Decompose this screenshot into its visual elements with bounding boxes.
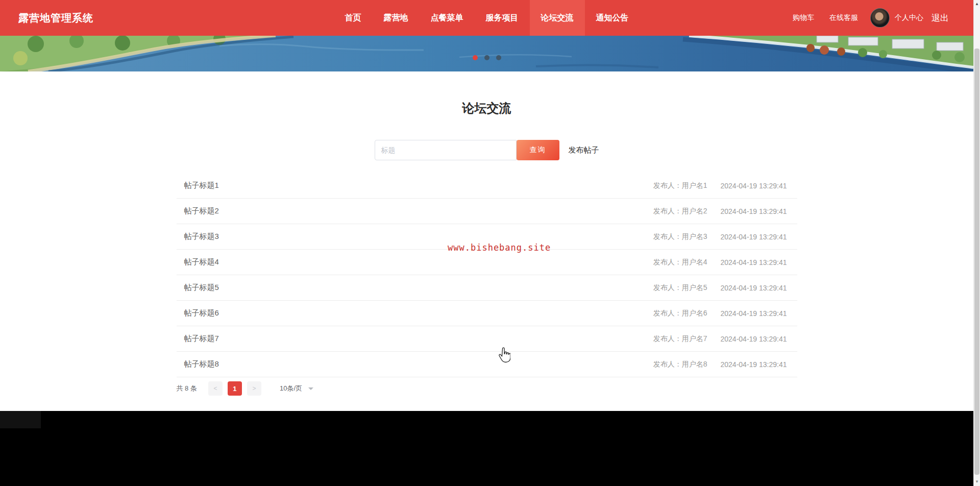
- post-meta: 发布人：用户名4 2024-04-19 13:29:41: [653, 258, 787, 267]
- post-publisher: 发布人：用户名4: [653, 258, 707, 267]
- post-publisher: 发布人：用户名1: [653, 181, 707, 190]
- page-size-label: 10条/页: [280, 384, 302, 393]
- post-title[interactable]: 帖子标题2: [184, 206, 219, 216]
- vertical-scrollbar[interactable]: ▲ ▼: [973, 0, 980, 486]
- user-avatar[interactable]: [870, 8, 890, 28]
- post-time: 2024-04-19 13:29:41: [721, 360, 787, 369]
- hero-carousel-image: [0, 36, 973, 71]
- footer-logo-placeholder: [0, 411, 41, 428]
- search-button[interactable]: 查询: [517, 140, 559, 160]
- post-title[interactable]: 帖子标题7: [184, 334, 219, 344]
- pagination-total: 共 8 条: [177, 384, 197, 393]
- post-row[interactable]: 帖子标题2 发布人：用户名2 2024-04-19 13:29:41: [177, 199, 797, 224]
- page-footer: [0, 411, 973, 486]
- top-navbar: 露营地管理系统 首页露营地点餐菜单服务项目论坛交流通知公告 购物车 在线客服 个…: [0, 0, 973, 36]
- nav-item[interactable]: 点餐菜单: [420, 0, 475, 36]
- scroll-up-arrow-icon[interactable]: ▲: [974, 1, 980, 8]
- forum-page: 论坛交流 查询 发布帖子 帖子标题1 发布人：用户名1 2024-04-19 1…: [0, 71, 973, 411]
- post-publisher: 发布人：用户名8: [653, 360, 707, 369]
- current-page-button[interactable]: 1: [228, 381, 242, 396]
- post-meta: 发布人：用户名2 2024-04-19 13:29:41: [653, 207, 787, 216]
- post-time: 2024-04-19 13:29:41: [721, 284, 787, 292]
- brand-logo[interactable]: 露营地管理系统: [0, 11, 93, 25]
- post-row[interactable]: 帖子标题8 发布人：用户名8 2024-04-19 13:29:41: [177, 352, 797, 377]
- post-meta: 发布人：用户名6 2024-04-19 13:29:41: [653, 309, 787, 318]
- post-row[interactable]: 帖子标题4 发布人：用户名4 2024-04-19 13:29:41: [177, 250, 797, 275]
- search-bar: 查询 发布帖子: [0, 140, 973, 160]
- carousel-dot[interactable]: [473, 55, 478, 60]
- profile-link[interactable]: 个人中心: [895, 13, 923, 22]
- post-row[interactable]: 帖子标题7 发布人：用户名7 2024-04-19 13:29:41: [177, 326, 797, 352]
- carousel-dots: [473, 55, 501, 60]
- post-meta: 发布人：用户名5 2024-04-19 13:29:41: [653, 283, 787, 293]
- nav-item[interactable]: 通知公告: [585, 0, 640, 36]
- post-time: 2024-04-19 13:29:41: [721, 309, 787, 318]
- post-list: 帖子标题1 发布人：用户名1 2024-04-19 13:29:41 帖子标题2…: [177, 173, 797, 377]
- post-publisher: 发布人：用户名5: [653, 283, 707, 293]
- post-title[interactable]: 帖子标题1: [184, 181, 219, 190]
- post-publisher: 发布人：用户名7: [653, 334, 707, 344]
- post-meta: 发布人：用户名7 2024-04-19 13:29:41: [653, 334, 787, 344]
- post-publisher: 发布人：用户名6: [653, 309, 707, 318]
- scrollbar-thumb[interactable]: [974, 48, 979, 475]
- chevron-down-icon: [308, 387, 313, 390]
- post-title[interactable]: 帖子标题6: [184, 308, 219, 318]
- banner-scene: [0, 36, 973, 71]
- post-title[interactable]: 帖子标题5: [184, 283, 219, 293]
- page-size-select[interactable]: 10条/页: [280, 384, 313, 393]
- watermark-text: www.bishebang.site: [448, 242, 551, 253]
- main-nav: 首页露营地点餐菜单服务项目论坛交流通知公告: [334, 0, 640, 36]
- post-row[interactable]: 帖子标题1 发布人：用户名1 2024-04-19 13:29:41: [177, 173, 797, 199]
- post-time: 2024-04-19 13:29:41: [721, 207, 787, 215]
- carousel-dot[interactable]: [484, 55, 489, 60]
- pagination: 共 8 条 < 1 > 10条/页: [177, 381, 797, 396]
- search-input[interactable]: [375, 140, 517, 160]
- scroll-down-arrow-icon[interactable]: ▼: [974, 478, 980, 485]
- navbar-right: 购物车 在线客服 个人中心 退出: [793, 8, 973, 28]
- carousel-dot[interactable]: [496, 55, 501, 60]
- post-time: 2024-04-19 13:29:41: [721, 233, 787, 241]
- logout-link[interactable]: 退出: [932, 12, 949, 24]
- post-time: 2024-04-19 13:29:41: [721, 258, 787, 266]
- page-title: 论坛交流: [0, 101, 973, 116]
- nav-item[interactable]: 首页: [334, 0, 373, 36]
- nav-item[interactable]: 露营地: [373, 0, 420, 36]
- cart-link[interactable]: 购物车: [793, 13, 814, 22]
- post-row[interactable]: 帖子标题6 发布人：用户名6 2024-04-19 13:29:41: [177, 301, 797, 326]
- post-meta: 发布人：用户名3 2024-04-19 13:29:41: [653, 232, 787, 241]
- online-service-link[interactable]: 在线客服: [829, 13, 858, 22]
- page: 露营地管理系统 首页露营地点餐菜单服务项目论坛交流通知公告 购物车 在线客服 个…: [0, 0, 973, 486]
- post-publisher: 发布人：用户名2: [653, 207, 707, 216]
- post-time: 2024-04-19 13:29:41: [721, 182, 787, 190]
- post-publisher: 发布人：用户名3: [653, 232, 707, 241]
- post-title[interactable]: 帖子标题3: [184, 232, 219, 241]
- post-title[interactable]: 帖子标题8: [184, 359, 219, 369]
- next-page-button[interactable]: >: [247, 381, 261, 396]
- post-meta: 发布人：用户名1 2024-04-19 13:29:41: [653, 181, 787, 190]
- nav-item[interactable]: 服务项目: [475, 0, 530, 36]
- post-row[interactable]: 帖子标题5 发布人：用户名5 2024-04-19 13:29:41: [177, 275, 797, 301]
- nav-item[interactable]: 论坛交流: [530, 0, 585, 36]
- new-post-link[interactable]: 发布帖子: [569, 145, 599, 155]
- prev-page-button[interactable]: <: [208, 381, 223, 396]
- post-time: 2024-04-19 13:29:41: [721, 335, 787, 343]
- post-meta: 发布人：用户名8 2024-04-19 13:29:41: [653, 360, 787, 369]
- post-title[interactable]: 帖子标题4: [184, 257, 219, 267]
